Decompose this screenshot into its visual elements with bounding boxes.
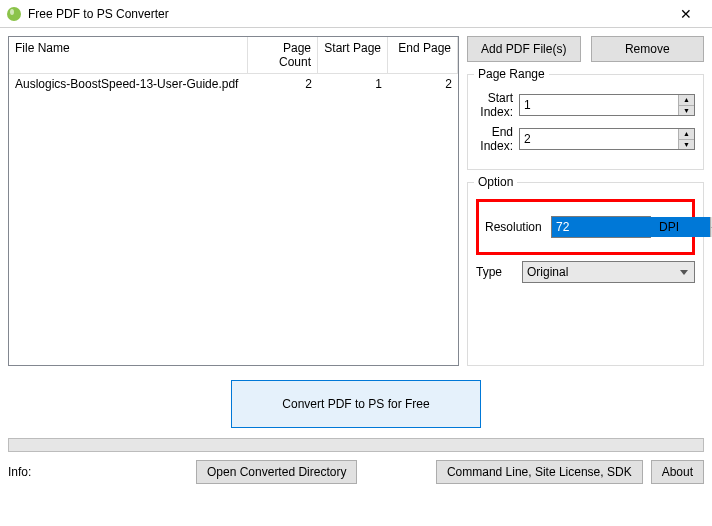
- type-select[interactable]: Original: [522, 261, 695, 283]
- titlebar: Free PDF to PS Converter ✕: [0, 0, 712, 28]
- resolution-stepper[interactable]: ▲▼: [551, 216, 651, 238]
- add-pdf-button[interactable]: Add PDF File(s): [467, 36, 581, 62]
- table-header: File Name Page Count Start Page End Page: [9, 37, 458, 74]
- page-range-group: Page Range Start Index: ▲▼ End Index: ▲▼: [467, 74, 704, 170]
- resolution-unit: DPI: [659, 220, 679, 234]
- highlight-box: Resolution ▲▼ DPI: [476, 199, 695, 255]
- start-index-stepper[interactable]: ▲▼: [519, 94, 695, 116]
- cell-pagecount: 2: [248, 74, 318, 94]
- chevron-down-icon[interactable]: ▼: [679, 140, 694, 150]
- resolution-label: Resolution: [485, 220, 543, 234]
- about-button[interactable]: About: [651, 460, 704, 484]
- end-index-stepper[interactable]: ▲▼: [519, 128, 695, 150]
- type-label: Type: [476, 265, 516, 279]
- app-icon: [6, 6, 22, 22]
- info-label: Info:: [8, 465, 188, 479]
- command-line-button[interactable]: Command Line, Site License, SDK: [436, 460, 643, 484]
- chevron-up-icon[interactable]: ▲: [679, 129, 694, 140]
- svg-point-0: [7, 7, 21, 21]
- resolution-input[interactable]: [552, 217, 710, 237]
- col-pagecount[interactable]: Page Count: [248, 37, 318, 73]
- type-value: Original: [527, 265, 568, 279]
- window-title: Free PDF to PS Converter: [28, 7, 666, 21]
- option-group: Option Resolution ▲▼ DPI Type Original: [467, 182, 704, 366]
- svg-point-1: [10, 9, 14, 15]
- progress-bar: [8, 438, 704, 452]
- table-row[interactable]: Auslogics-BoostSpeed-13-User-Guide.pdf 2…: [9, 74, 458, 94]
- cell-startpage: 1: [318, 74, 388, 94]
- close-icon[interactable]: ✕: [666, 6, 706, 22]
- end-index-label: End Index:: [476, 125, 513, 153]
- page-range-title: Page Range: [474, 67, 549, 81]
- start-index-label: Start Index:: [476, 91, 513, 119]
- start-index-input[interactable]: [520, 95, 678, 115]
- convert-button[interactable]: Convert PDF to PS for Free: [231, 380, 481, 428]
- col-startpage[interactable]: Start Page: [318, 37, 388, 73]
- option-title: Option: [474, 175, 517, 189]
- chevron-down-icon[interactable]: ▼: [679, 106, 694, 116]
- cell-endpage: 2: [388, 74, 458, 94]
- col-endpage[interactable]: End Page: [388, 37, 458, 73]
- file-table[interactable]: File Name Page Count Start Page End Page…: [8, 36, 459, 366]
- chevron-up-icon[interactable]: ▲: [679, 95, 694, 106]
- remove-button[interactable]: Remove: [591, 36, 705, 62]
- col-filename[interactable]: File Name: [9, 37, 248, 73]
- cell-filename: Auslogics-BoostSpeed-13-User-Guide.pdf: [9, 74, 248, 94]
- end-index-input[interactable]: [520, 129, 678, 149]
- open-directory-button[interactable]: Open Converted Directory: [196, 460, 357, 484]
